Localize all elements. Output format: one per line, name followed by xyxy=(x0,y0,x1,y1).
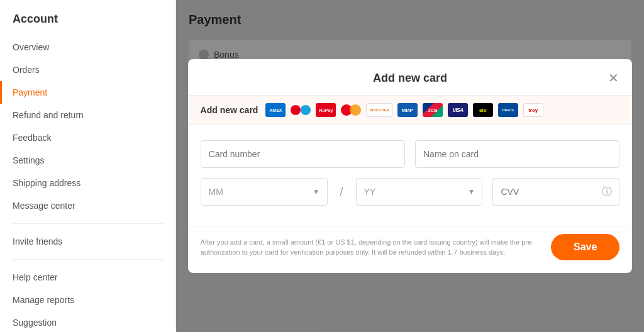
sidebar-item-shipping[interactable]: Shipping address xyxy=(0,172,175,194)
sidebar-item-reports[interactable]: Manage reports xyxy=(0,289,175,311)
modal-title: Add new card xyxy=(373,72,447,84)
year-select-wrapper: YY 242526 272829 303132 ▼ xyxy=(356,178,483,206)
modal-overlay: Add new card ✕ Add new card AMEX RuPay xyxy=(176,0,644,332)
sidebar-item-feedback[interactable]: Feedback xyxy=(0,126,175,149)
add-card-modal: Add new card ✕ Add new card AMEX RuPay xyxy=(188,59,633,273)
jcb-icon: JCB xyxy=(423,103,443,117)
card-number-input[interactable] xyxy=(201,140,405,168)
cvv-field: ⓘ xyxy=(492,178,619,206)
sidebar-item-message[interactable]: Message center xyxy=(0,194,175,217)
save-button[interactable]: Save xyxy=(551,234,619,260)
close-button[interactable]: ✕ xyxy=(604,69,622,87)
name-on-card-field xyxy=(415,140,619,168)
sidebar-item-refund[interactable]: Refund and return xyxy=(0,104,175,126)
sidebar: Account Overview Orders Payment Refund a… xyxy=(0,0,176,332)
year-select[interactable]: YY 242526 272829 303132 xyxy=(356,178,483,206)
sidebar-item-invite[interactable]: Invite friends xyxy=(0,230,175,253)
discover-icon: DISCOVER xyxy=(366,103,392,117)
name-on-card-input[interactable] xyxy=(415,140,619,168)
troy-icon: troy xyxy=(523,103,543,117)
footer-note: After you add a card, a small amount (€1… xyxy=(201,237,541,258)
modal-header: Add new card ✕ xyxy=(188,59,633,95)
rupay-icon: RuPay xyxy=(316,103,336,117)
sidebar-item-settings[interactable]: Settings xyxy=(0,149,175,172)
amex-icon: AMEX xyxy=(265,103,286,117)
month-select-wrapper: MM 010203 040506 070809 101112 ▼ xyxy=(201,178,328,206)
diners-icon: Diners xyxy=(498,103,518,117)
elo-icon: elo xyxy=(473,103,493,117)
modal-footer: After you add a card, a small amount (€1… xyxy=(188,226,633,273)
maestro-icon xyxy=(291,104,311,116)
visa-icon: VISA xyxy=(448,103,468,117)
sidebar-divider-2 xyxy=(13,259,163,260)
mastercard-icon xyxy=(341,104,361,116)
sidebar-divider xyxy=(13,223,163,224)
cvv-info-icon[interactable]: ⓘ xyxy=(602,185,612,199)
month-select[interactable]: MM 010203 040506 070809 101112 xyxy=(201,178,328,206)
brands-label: Add new card xyxy=(201,105,258,115)
card-number-field xyxy=(201,140,405,168)
modal-body: MM 010203 040506 070809 101112 ▼ / YY 24… xyxy=(188,125,633,226)
main-content: Payment Bonus Add new card ✕ Add new car… xyxy=(176,0,644,332)
mir-icon: МИР xyxy=(397,103,418,117)
sidebar-item-help[interactable]: Help center xyxy=(0,266,175,289)
sidebar-item-overview[interactable]: Overview xyxy=(0,36,175,58)
cvv-input[interactable] xyxy=(492,178,619,206)
sidebar-title: Account xyxy=(0,13,175,36)
form-row-1 xyxy=(201,140,620,168)
sidebar-item-suggestion[interactable]: Suggestion xyxy=(0,311,175,332)
sidebar-item-orders[interactable]: Orders xyxy=(0,58,175,81)
card-brands-row: Add new card AMEX RuPay DISCOVER МИР xyxy=(188,95,633,125)
slash-separator: / xyxy=(338,178,346,206)
form-row-2: MM 010203 040506 070809 101112 ▼ / YY 24… xyxy=(201,178,620,206)
sidebar-item-payment[interactable]: Payment xyxy=(0,81,175,104)
